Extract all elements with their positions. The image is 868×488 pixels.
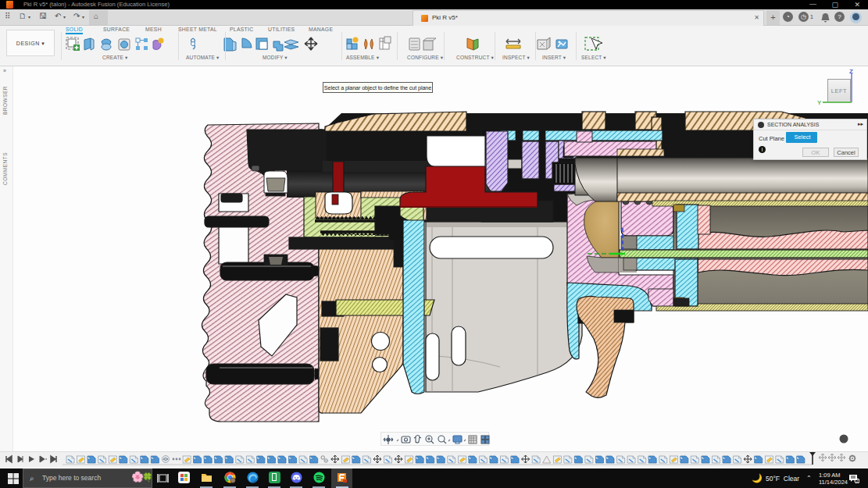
svg-text:Z: Z	[849, 68, 853, 75]
svg-text:Y: Y	[817, 99, 822, 106]
svg-text:2: 2	[856, 479, 859, 483]
